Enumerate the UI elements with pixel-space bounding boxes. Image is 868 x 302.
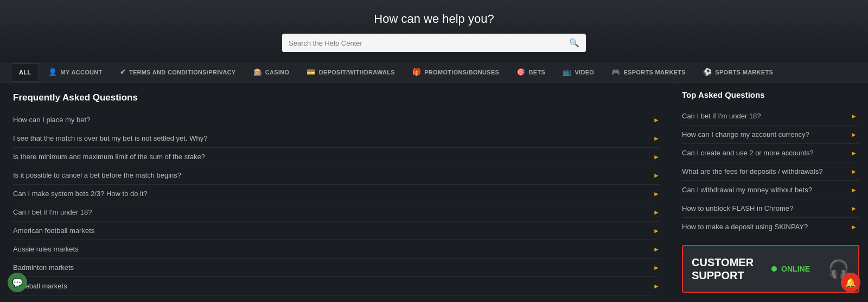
tab-sports[interactable]: ⚽ SPORTS MARKETS <box>695 62 781 82</box>
esports-icon: 🎮 <box>611 68 620 76</box>
faq-item[interactable]: Badminton markets► <box>13 259 660 277</box>
top-question-item[interactable]: Can I create and use 2 or more accounts?… <box>682 144 859 162</box>
faq-arrow: ► <box>651 190 660 198</box>
tq-arrow: ► <box>851 223 859 231</box>
hero-title: How can we help you? <box>0 12 868 26</box>
nav-tabs: ALL 👤 MY ACCOUNT ✔ TERMS AND CONDITIONS/… <box>0 62 868 83</box>
deposit-icon: 💳 <box>307 68 315 76</box>
sidebar: Top Asked Questions Can I bet if I'm und… <box>673 83 868 302</box>
faq-item[interactable]: American football markets► <box>13 222 660 240</box>
search-bar[interactable]: 🔍 <box>282 34 586 52</box>
faq-arrow: ► <box>651 153 660 161</box>
tab-bets-label: BETS <box>529 69 546 76</box>
main-layout: Frequently Asked Questions How can I pla… <box>0 83 868 302</box>
hero-section: How can we help you? 🔍 <box>0 0 868 62</box>
tab-video[interactable]: 📺 VIDEO <box>554 62 602 82</box>
promotions-icon: 🎁 <box>412 68 421 76</box>
tq-arrow: ► <box>851 205 859 212</box>
tab-deposit[interactable]: 💳 DEPOSIT/WITHDRAWALS <box>298 62 403 82</box>
tab-casino[interactable]: 🎰 CASINO <box>245 62 298 82</box>
online-label: ONLINE <box>781 265 810 273</box>
top-question-item[interactable]: Can I bet if I'm under 18?► <box>682 107 859 125</box>
tab-sports-label: SPORTS MARKETS <box>715 69 773 76</box>
sports-icon: ⚽ <box>703 68 712 76</box>
faq-arrow: ► <box>651 282 660 290</box>
chat-button[interactable]: 💬 <box>8 273 27 292</box>
online-dot <box>771 266 777 272</box>
tab-promotions-label: PROMOTIONS/BONUSES <box>424 69 499 76</box>
faq-arrow: ► <box>651 135 660 142</box>
faq-list: How can I place my bet?►I see that the m… <box>13 111 660 302</box>
bets-icon: 🎯 <box>516 68 525 76</box>
support-box[interactable]: CUSTOMER SUPPORT ONLINE 🎧 <box>682 245 859 293</box>
tab-my-account-label: MY ACCOUNT <box>61 69 103 76</box>
tq-arrow: ► <box>851 168 859 175</box>
account-icon: 👤 <box>48 68 57 76</box>
faq-item[interactable]: I see that the match is over but my bet … <box>13 129 660 148</box>
faq-item[interactable]: Basketball markets► <box>13 295 660 302</box>
faq-item[interactable]: Can I bet if I'm under 18?► <box>13 203 660 222</box>
tq-arrow: ► <box>851 186 859 194</box>
faq-arrow: ► <box>651 172 660 179</box>
casino-icon: 🎰 <box>253 68 262 76</box>
faq-arrow: ► <box>651 264 660 272</box>
top-question-item[interactable]: How to make a deposit using SKINPAY?► <box>682 218 859 236</box>
tab-bets[interactable]: 🎯 BETS <box>508 62 553 82</box>
faq-arrow: ► <box>651 209 660 216</box>
faq-arrow: ► <box>651 227 660 235</box>
faq-item[interactable]: How can I place my bet?► <box>13 111 660 129</box>
tab-all[interactable]: ALL <box>11 63 39 81</box>
tab-promotions[interactable]: 🎁 PROMOTIONS/BONUSES <box>404 62 507 82</box>
tab-deposit-label: DEPOSIT/WITHDRAWALS <box>319 69 395 76</box>
faq-section: Frequently Asked Questions How can I pla… <box>0 83 673 302</box>
tab-esports[interactable]: 🎮 ESPORTS MARKETS <box>603 62 694 82</box>
tab-terms[interactable]: ✔ TERMS AND CONDITIONS/PRIVACY <box>112 62 244 82</box>
top-questions-list: Can I bet if I'm under 18?►How can I cha… <box>682 107 859 236</box>
tq-arrow: ► <box>851 112 859 120</box>
terms-icon: ✔ <box>120 68 126 76</box>
faq-item[interactable]: Is there minimum and maximum limit of th… <box>13 148 660 166</box>
tq-arrow: ► <box>851 131 859 139</box>
tq-arrow: ► <box>851 149 859 157</box>
tab-terms-label: TERMS AND CONDITIONS/PRIVACY <box>129 69 236 76</box>
notification-button[interactable]: 🔔 <box>841 273 860 292</box>
faq-item[interactable]: Can I make system bets 2/3? How to do it… <box>13 185 660 203</box>
faq-arrow: ► <box>651 116 660 124</box>
faq-item[interactable]: Aussie rules markets► <box>13 240 660 259</box>
top-question-item[interactable]: What are the fees for deposits / withdra… <box>682 162 859 181</box>
faq-title: Frequently Asked Questions <box>13 92 660 103</box>
top-question-item[interactable]: How to unblock FLASH in Chrome?► <box>682 199 859 218</box>
tab-video-label: VIDEO <box>575 69 594 76</box>
top-question-item[interactable]: Can I withdrawal my money without bets?► <box>682 181 859 199</box>
search-input[interactable] <box>289 39 569 47</box>
bell-icon: 🔔 <box>845 278 856 288</box>
support-label: CUSTOMER SUPPORT <box>692 256 754 282</box>
sidebar-title: Top Asked Questions <box>682 90 859 99</box>
tab-casino-label: CASINO <box>265 69 290 76</box>
faq-item[interactable]: Baseball markets► <box>13 277 660 295</box>
tab-all-label: ALL <box>19 69 31 76</box>
support-status: ONLINE <box>771 265 810 273</box>
search-icon: 🔍 <box>569 38 579 48</box>
faq-arrow: ► <box>651 246 660 253</box>
tab-my-account[interactable]: 👤 MY ACCOUNT <box>40 62 110 82</box>
tab-esports-label: ESPORTS MARKETS <box>623 69 686 76</box>
top-question-item[interactable]: How can I change my account currency?► <box>682 125 859 144</box>
video-icon: 📺 <box>563 68 571 76</box>
chat-icon: 💬 <box>12 278 23 288</box>
faq-item[interactable]: Is it possible to cancel a bet before th… <box>13 166 660 185</box>
